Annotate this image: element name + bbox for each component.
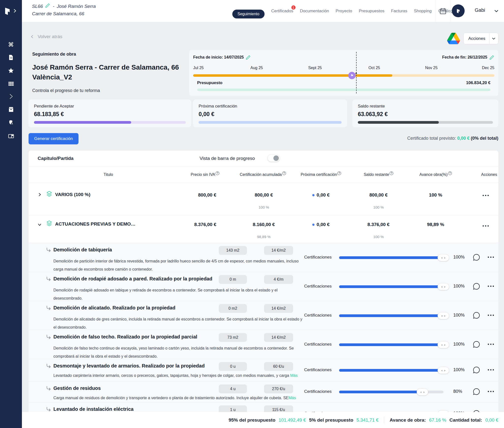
item-quantity: 143 m2 (219, 246, 247, 255)
progress-percent: 100% (453, 342, 465, 347)
budget-label: Presupuesto (197, 80, 222, 85)
row-menu-button[interactable] (483, 225, 489, 227)
stat-card-next-certification: Próxima certificación 0,00 € (193, 100, 347, 127)
comments-icon[interactable] (472, 366, 480, 375)
progress-handle[interactable]: ‹› (438, 312, 449, 319)
chapter-balance-pct: 100 % (354, 235, 403, 239)
more-link[interactable]: Más (290, 373, 298, 378)
certification-progress-bar: ‹› (339, 285, 443, 288)
row-menu-button[interactable] (488, 369, 494, 370)
help-icon[interactable]: ? (390, 171, 393, 175)
item-title[interactable]: Desmontaje y levantado de armarios. Real… (53, 363, 205, 369)
column-avance-obra: Avance obra(%)? (411, 172, 460, 177)
calendar-button[interactable] (435, 0, 451, 22)
chapter-name[interactable]: VARIOS (100 %) (55, 192, 90, 197)
item-title[interactable]: Gestión de residuos (53, 385, 101, 391)
edit-project-icon[interactable] (45, 3, 50, 10)
help-icon[interactable]: ? (216, 171, 219, 175)
row-menu-button[interactable] (488, 344, 494, 345)
item-title[interactable]: Demolición de rodapié adosado a pared. R… (53, 276, 212, 282)
collapse-chevron-icon[interactable] (37, 222, 42, 228)
subitem-arrow-icon (46, 335, 51, 341)
account-shield-icon[interactable] (0, 119, 22, 126)
budget-bar (197, 89, 490, 91)
user-name[interactable]: Gabi (475, 7, 485, 13)
nav-tab-proyecto[interactable]: Proyecto (336, 9, 352, 14)
column-titulo: Titulo (84, 172, 133, 177)
progress-view-toggle[interactable] (268, 155, 280, 162)
footer-label: 95% del presupuesto (229, 417, 275, 423)
footer-divider (384, 417, 384, 423)
help-icon[interactable]: ? (448, 171, 452, 175)
progress-handle[interactable]: ‹› (417, 388, 428, 396)
panels-icon[interactable] (0, 133, 22, 139)
chapter-name[interactable]: ACTUACIONES PREVIAS Y DEMO… (55, 221, 136, 227)
milestone-flag-marker[interactable]: ⚑ (348, 72, 356, 79)
certified-total-value: 0,00 € (457, 136, 470, 141)
certification-progress-bar: ‹› (339, 256, 443, 259)
item-row: Demolición de rodapié adosado a pared. R… (29, 272, 498, 301)
row-menu-button[interactable] (488, 286, 494, 287)
footer-label: Cantidad total: (449, 417, 482, 423)
generate-certification-button[interactable]: Generar certificación (29, 133, 79, 144)
month-label: Oct 25 (368, 66, 380, 70)
progress-handle[interactable]: ‹› (438, 254, 449, 261)
avatar[interactable] (452, 4, 465, 17)
item-title[interactable]: Demolición de tabiquería (53, 247, 112, 253)
design-tools-icon[interactable] (0, 41, 22, 48)
app-logo[interactable] (0, 0, 22, 22)
expand-chevron-icon[interactable] (37, 192, 42, 198)
progress-handle[interactable]: ‹› (438, 367, 449, 374)
progress-handle[interactable]: ‹› (438, 410, 449, 412)
item-row: Demolición de alicatado. Realizado por l… (29, 301, 498, 330)
apps-grid-icon[interactable] (0, 80, 22, 87)
row-menu-button[interactable] (488, 391, 494, 392)
help-icon[interactable]: ? (282, 171, 286, 175)
item-title[interactable]: Demolición de alicatado. Realizado por l… (53, 305, 175, 311)
chapter-price: 800,00 € (167, 192, 216, 198)
favorites-icon[interactable] (0, 67, 22, 74)
footer-value: 5.341,71 € (357, 417, 379, 423)
item-title[interactable]: Demolición de falso techo. Realizado por… (53, 334, 197, 340)
comments-icon[interactable] (472, 311, 480, 320)
more-link[interactable]: Más (288, 396, 296, 400)
progress-handle[interactable]: ‹› (438, 283, 449, 290)
column-certificacion-acumulada: Certificación acumulada? (233, 172, 292, 177)
sidebar-expand-icon[interactable] (12, 8, 17, 15)
nav-tab-certificados[interactable]: Certificados 1 (271, 9, 293, 14)
column-saldo-restante: Saldo restante? (354, 172, 403, 177)
documents-icon[interactable] (0, 54, 22, 61)
stat-label: Saldo restante (358, 104, 385, 109)
certification-progress-bar: ‹› (339, 391, 443, 393)
footer-label: Avance de obra: (390, 417, 426, 423)
item-title[interactable]: Levantado de instalación eléctrica (53, 406, 134, 412)
nav-tab-presupuestos[interactable]: Presupuestos (359, 9, 384, 14)
nav-tab-documentacion[interactable]: Documentación (300, 9, 329, 14)
google-drive-button[interactable] (446, 31, 461, 46)
row-menu-button[interactable] (488, 257, 494, 258)
comments-icon[interactable] (472, 388, 480, 397)
row-menu-button[interactable] (488, 315, 494, 316)
nav-tab-shopping[interactable]: Shopping (414, 9, 432, 14)
progress-handle[interactable]: ‹› (438, 341, 449, 348)
actions-button[interactable]: Acciones (463, 33, 498, 44)
chapter-progress: 100 % (411, 192, 460, 198)
comments-icon[interactable] (472, 340, 480, 349)
comments-icon[interactable] (472, 282, 480, 291)
month-label: Nov 25 (425, 66, 438, 70)
stat-label: Pendiente de Aceptar (34, 104, 74, 109)
nav-tab-seguimiento[interactable]: Seguimiento (232, 10, 265, 18)
comments-icon[interactable] (472, 410, 480, 412)
back-link[interactable]: Volver atrás (30, 34, 62, 39)
topbar: SL66 - José Ramón Serra Carrer de Salama… (22, 0, 504, 22)
stat-value: 68.183,85 € (34, 111, 64, 118)
help-icon[interactable]: ? (337, 171, 341, 175)
comments-icon[interactable] (472, 253, 480, 262)
project-header: SL66 - José Ramón Serra Carrer de Salama… (32, 3, 96, 17)
expand-nav-icon[interactable] (0, 93, 22, 100)
row-menu-button[interactable] (483, 195, 489, 196)
user-menu-chevron-icon[interactable] (493, 8, 499, 15)
nav-tab-facturas[interactable]: Facturas (391, 9, 407, 14)
actions-chevron-icon[interactable] (489, 36, 498, 41)
archive-icon[interactable] (0, 106, 22, 113)
